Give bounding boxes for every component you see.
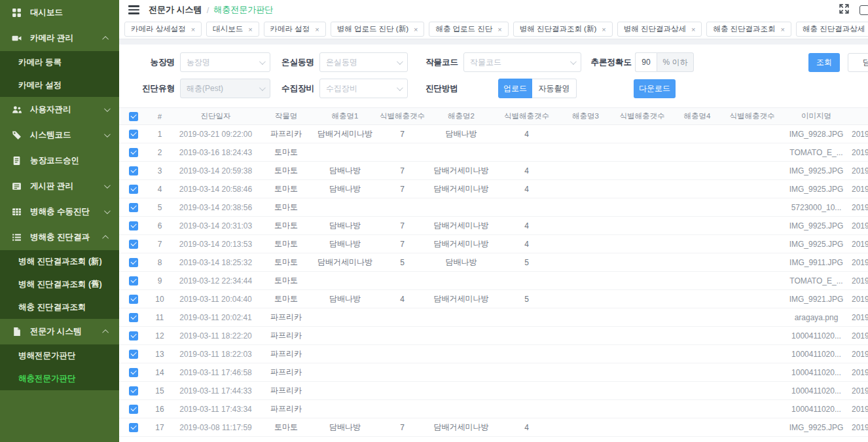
auto-capture-toggle-button[interactable]: 자동촬영 (532, 79, 577, 98)
tab-close-icon[interactable]: × (315, 26, 319, 33)
crop-code-select[interactable]: 작물코드 (463, 52, 581, 72)
tab-close-icon[interactable]: × (691, 26, 695, 33)
table-cell: 4 (148, 180, 172, 198)
tab-camera-settings[interactable]: 카메라 설정× (264, 22, 326, 37)
table-cell: 담배나방 (312, 290, 378, 308)
search-button[interactable]: 조회 (808, 53, 840, 72)
tab-pest-diagnosis-results[interactable]: 해충 진단결과조회× (706, 22, 791, 37)
table-cell (496, 143, 558, 162)
row-checkbox[interactable] (129, 130, 138, 139)
sidebar-item-disease-results-old[interactable]: 병해 진단결과조회 (舊) (0, 273, 119, 296)
download-button[interactable]: 다운로드 (634, 79, 676, 98)
table-cell (613, 327, 671, 345)
table-row: 82019-03-14 18:25:32토마토담배거세미나방5담배나방5IMG_… (119, 253, 868, 272)
clipped-topbar-icon[interactable] (859, 5, 868, 15)
row-checkbox[interactable] (129, 331, 138, 341)
table-cell: 17 (148, 418, 172, 437)
sidebar-item-camera-register[interactable]: 카메라 등록 (0, 51, 119, 74)
sidebar-item-system-code[interactable]: 시스템코드 (0, 122, 119, 148)
sidebar-item-disease-results-new[interactable]: 병해 진단결과조회 (新) (0, 250, 119, 273)
table-cell: 담배나방 (312, 418, 378, 437)
column-header: 작물명 (260, 108, 312, 125)
diagnosis-method-label: 진단방법 (408, 83, 458, 94)
tab-disease-diagnosis-results-new[interactable]: 병해 진단결과조회 (新)× (513, 22, 613, 37)
table-cell (613, 198, 671, 217)
menu-toggle-icon[interactable] (128, 5, 139, 14)
table-cell: 담배거세미나방 (427, 418, 496, 437)
sidebar-item-dashboard[interactable]: 대시보드 (0, 0, 119, 26)
row-checkbox[interactable] (129, 148, 138, 157)
tab-dashboard[interactable]: 대시보드× (206, 22, 259, 37)
table-cell (671, 162, 723, 180)
sidebar-item-label: 병해충 진단결과 (30, 232, 104, 243)
table-cell (558, 162, 613, 180)
tab-pest-diagnosis-detail[interactable]: 해충 진단결과상세× (796, 22, 868, 37)
upload-toggle-button[interactable]: 업로드 (498, 79, 532, 98)
row-checkbox[interactable] (129, 185, 138, 194)
tab-close-icon[interactable]: × (191, 26, 195, 33)
row-checkbox[interactable] (129, 276, 138, 285)
row-checkbox[interactable] (129, 368, 138, 377)
row-checkbox[interactable] (129, 405, 138, 414)
table-cell (378, 143, 427, 162)
row-checkbox[interactable] (129, 386, 138, 396)
table-cell (496, 400, 558, 418)
tab-camera-detail-settings[interactable]: 카메라 상세설정× (124, 22, 202, 37)
row-checkbox[interactable] (129, 313, 138, 322)
fullscreen-icon[interactable] (839, 4, 849, 16)
table-cell (427, 327, 496, 345)
row-checkbox[interactable] (129, 295, 138, 304)
table-cell: 1000411020... (781, 345, 852, 363)
sidebar-item-user-management[interactable]: 사용자관리 (0, 97, 119, 122)
table-cell: 2019 (852, 180, 868, 198)
tab-close-icon[interactable]: × (602, 26, 606, 33)
sidebar-item-pest-expert-judgment[interactable]: 해충전문가판단 (0, 367, 119, 390)
sidebar-item-camera-management[interactable]: 카메라 관리 (0, 26, 119, 51)
table-cell: 토마토 (260, 272, 312, 290)
sidebar-item-disease-expert-judgment[interactable]: 병해전문가판단 (0, 344, 119, 367)
tab-disease-upload-diagnosis-new[interactable]: 병해 업로드 진단 (新)× (331, 22, 425, 37)
close-button[interactable]: 닫기 (848, 53, 868, 72)
table-cell (378, 400, 427, 418)
row-checkbox[interactable] (129, 221, 138, 230)
table-cell: 파프리카 (260, 308, 312, 327)
row-checkbox[interactable] (129, 166, 138, 175)
table-cell: IMG_9925.JPG (781, 418, 852, 437)
row-checkbox[interactable] (129, 203, 138, 212)
tab-close-icon[interactable]: × (497, 26, 501, 33)
farm-name-select[interactable]: 농장명 (180, 52, 270, 72)
sidebar-item-expert-system[interactable]: 전문가 시스템 (0, 319, 119, 344)
sidebar-item-camera-settings[interactable]: 카메라 설정 (0, 74, 119, 97)
select-all-checkbox[interactable] (129, 112, 138, 121)
table-cell: 5 (378, 253, 427, 272)
tab-close-icon[interactable]: × (414, 26, 418, 33)
chevron-down-icon (397, 58, 403, 65)
table-cell (723, 308, 781, 327)
sidebar-item-pest-diagnosis-results[interactable]: 병해충 진단결과 (0, 225, 119, 250)
diagnosis-method-toggle: 업로드 자동촬영 (498, 79, 577, 98)
tab-close-icon[interactable]: × (248, 26, 252, 33)
table-cell (378, 327, 427, 345)
row-checkbox[interactable] (129, 423, 138, 432)
device-select[interactable]: 수집장비 (319, 79, 408, 98)
row-checkbox[interactable] (129, 240, 138, 249)
table-cell: aragaya.png (781, 308, 852, 327)
sidebar-item-pest-results[interactable]: 해충 진단결과조회 (0, 296, 119, 319)
table-row: 142019-03-11 17:46:58파프리카1000411020...20… (119, 363, 868, 382)
table-cell: 토마토 (260, 290, 312, 308)
tab-disease-diagnosis-detail[interactable]: 병해 진단결과상세× (617, 22, 702, 37)
sidebar-item-pest-manual-diagnosis[interactable]: 병해충 수동진단 (0, 199, 119, 225)
row-checkbox[interactable] (129, 350, 138, 359)
table-cell: 담배나방 (312, 217, 378, 235)
results-table: #진단일자작물명해충명1식별해충갯수해충명2식별해충갯수해충명3식별해충갯수해충… (119, 107, 868, 437)
tab-close-icon[interactable]: × (781, 26, 785, 33)
sidebar-item-farm-code-approval[interactable]: 농장코드승인 (0, 148, 119, 174)
greenhouse-select[interactable]: 온실동명 (319, 52, 408, 72)
accuracy-input[interactable] (635, 52, 657, 72)
sidebar-item-board-management[interactable]: 게시판 관리 (0, 174, 119, 199)
row-checkbox[interactable] (129, 258, 138, 267)
table-cell (671, 180, 723, 198)
tab-pest-upload-diagnosis[interactable]: 해충 업로드 진단× (429, 22, 508, 37)
table-cell (427, 345, 496, 363)
crop-code-label: 작물코드 (408, 57, 458, 68)
